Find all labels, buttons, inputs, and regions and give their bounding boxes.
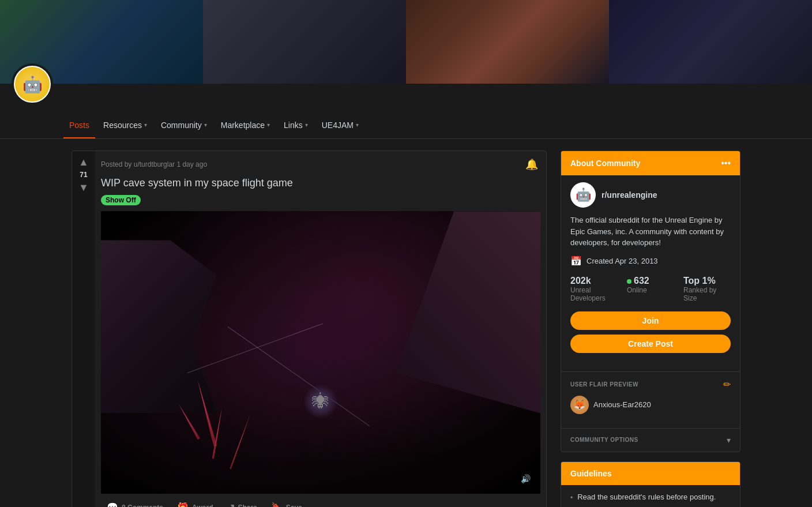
- stats-row: 202k Unreal Developers 632 Online Top 1%…: [570, 276, 731, 302]
- community-name: r/unrealengine: [602, 190, 657, 200]
- nav-item-community[interactable]: Community ▾: [155, 112, 213, 138]
- post-actions: 💬 8 Comments 🎁 Award ↗ Share 🔖 Save: [101, 494, 540, 507]
- user-flair-username: Anxious-Ear2620: [593, 400, 651, 409]
- about-community-header: About Community •••: [561, 151, 740, 175]
- community-chevron-icon: ▾: [204, 122, 207, 128]
- guidelines-body: • Read the subreddit's rules before post…: [561, 485, 740, 508]
- share-label: Share: [238, 504, 257, 507]
- cave-crystal-2: [212, 408, 223, 459]
- main-layout: ▲ 71 ▼ Posted by u/turdtburglar 1 day ag…: [60, 139, 752, 507]
- comments-icon: 💬: [107, 502, 118, 507]
- community-description: The official subreddit for the Unreal En…: [570, 215, 731, 249]
- ue4jam-chevron-icon: ▾: [356, 122, 359, 128]
- post-image-container: 🔊: [101, 211, 540, 494]
- award-label: Award: [192, 504, 213, 507]
- share-icon: ↗: [227, 502, 235, 507]
- banner: [0, 0, 812, 84]
- post-meta-left: Posted by u/turdtburglar 1 day ago: [101, 160, 207, 168]
- post-author-time: Posted by u/turdtburglar 1 day ago: [101, 160, 207, 168]
- award-icon: 🎁: [177, 502, 189, 507]
- subreddit-avatar-wrap: 🤖: [12, 63, 53, 105]
- post-content: Posted by u/turdtburglar 1 day ago 🔔 WIP…: [95, 151, 546, 507]
- about-community-title: About Community: [570, 159, 640, 168]
- cave-rock-left: [101, 240, 216, 413]
- post-area: ▲ 71 ▼ Posted by u/turdtburglar 1 day ag…: [72, 151, 547, 507]
- about-community-card: About Community ••• 🤖 r/unrealengine The…: [561, 151, 740, 452]
- nav-label-ue4jam: UE4JAM: [322, 121, 354, 130]
- community-avatar: 🤖: [570, 182, 596, 208]
- nav-items: Posts Resources ▾ Community ▾ Marketplac…: [63, 112, 364, 138]
- more-button[interactable]: ...: [310, 500, 328, 507]
- vote-column: ▲ 71 ▼: [72, 151, 95, 507]
- cave-creature: [303, 384, 338, 419]
- marketplace-chevron-icon: ▾: [267, 122, 270, 128]
- post-title: WIP cave system in my space flight game: [101, 176, 540, 190]
- guidelines-card: Guidelines • Read the subreddit's rules …: [561, 461, 740, 508]
- nav-item-resources[interactable]: Resources ▾: [97, 112, 153, 138]
- sidebar: About Community ••• 🤖 r/unrealengine The…: [561, 151, 740, 507]
- community-options-title: COMMUNITY OPTIONS: [570, 437, 638, 443]
- create-post-button[interactable]: Create Post: [570, 335, 731, 353]
- guideline-text-1: Read the subreddit's rules before postin…: [577, 492, 716, 502]
- divider-1: [561, 371, 740, 372]
- save-button[interactable]: 🔖 Save: [265, 498, 308, 507]
- divider-2: [561, 428, 740, 429]
- cave-rock-right: [396, 211, 540, 413]
- more-label: ...: [316, 504, 322, 507]
- stat-rank-value: Top 1%: [683, 276, 731, 286]
- nav-label-resources: Resources: [103, 121, 142, 130]
- stat-developers-label: Unreal Developers: [570, 286, 618, 302]
- guidelines-title: Guidelines: [570, 469, 612, 478]
- join-button[interactable]: Join: [570, 311, 731, 330]
- share-button[interactable]: ↗ Share: [221, 498, 263, 507]
- stat-online-value: 632: [627, 276, 674, 286]
- nav-label-community: Community: [161, 121, 202, 130]
- post-flair[interactable]: Show Off: [101, 195, 141, 205]
- cave-crystal-4: [230, 415, 251, 470]
- banner-segment-4: [609, 0, 812, 84]
- comments-button[interactable]: 💬 8 Comments: [101, 498, 169, 507]
- about-community-dots-button[interactable]: •••: [721, 158, 731, 168]
- resources-chevron-icon: ▾: [144, 122, 147, 128]
- banner-segment-2: [203, 0, 406, 84]
- award-button[interactable]: 🎁 Award: [171, 498, 219, 507]
- calendar-icon: 📅: [570, 256, 582, 266]
- nav-label-posts: Posts: [69, 121, 89, 130]
- user-flair-title: USER FLAIR PREVIEW: [570, 381, 638, 388]
- stat-rank-label: Ranked by Size: [683, 286, 731, 302]
- stat-online: 632 Online: [627, 276, 674, 302]
- edit-flair-button[interactable]: ✏: [723, 379, 731, 390]
- community-options-header[interactable]: COMMUNITY OPTIONS ▾: [570, 435, 731, 445]
- user-flair-section: USER FLAIR PREVIEW ✏ 🦊 Anxious-Ear2620: [561, 379, 740, 421]
- user-flair-header: USER FLAIR PREVIEW ✏: [570, 379, 731, 390]
- notification-bell-button[interactable]: 🔔: [523, 156, 540, 173]
- subreddit-avatar: 🤖: [12, 63, 53, 105]
- upvote-button[interactable]: ▲: [77, 156, 90, 168]
- banner-segment-3: [406, 0, 609, 84]
- stat-online-label: Online: [627, 286, 674, 294]
- post-card: ▲ 71 ▼ Posted by u/turdtburglar 1 day ag…: [72, 151, 547, 507]
- nav-item-ue4jam[interactable]: UE4JAM ▾: [316, 112, 364, 138]
- volume-button[interactable]: 🔊: [516, 470, 535, 488]
- nav-item-marketplace[interactable]: Marketplace ▾: [215, 112, 276, 138]
- created-date: Created Apr 23, 2013: [587, 257, 658, 265]
- nav-item-links[interactable]: Links ▾: [278, 112, 314, 138]
- comments-label: 8 Comments: [122, 504, 163, 507]
- nav-item-posts[interactable]: Posts: [63, 112, 95, 138]
- community-info: 🤖 r/unrealengine: [570, 182, 731, 208]
- about-community-body: 🤖 r/unrealengine The official subreddit …: [561, 175, 740, 365]
- nav-bar: Posts Resources ▾ Community ▾ Marketplac…: [0, 112, 812, 139]
- stat-developers-value: 202k: [570, 276, 618, 286]
- online-dot-indicator: [627, 279, 631, 284]
- downvote-button[interactable]: ▼: [77, 181, 90, 194]
- links-chevron-icon: ▾: [305, 122, 308, 128]
- guideline-item-1: • Read the subreddit's rules before post…: [570, 492, 731, 503]
- nav-label-links: Links: [284, 121, 303, 130]
- save-label: Save: [286, 504, 302, 507]
- community-options-section: COMMUNITY OPTIONS ▾: [561, 435, 740, 452]
- user-flair-avatar: 🦊: [570, 396, 589, 414]
- stat-rank: Top 1% Ranked by Size: [683, 276, 731, 302]
- avatar-robot-icon: 🤖: [15, 67, 50, 102]
- post-meta: Posted by u/turdtburglar 1 day ago 🔔: [101, 156, 540, 173]
- user-flair-row: 🦊 Anxious-Ear2620: [570, 396, 731, 414]
